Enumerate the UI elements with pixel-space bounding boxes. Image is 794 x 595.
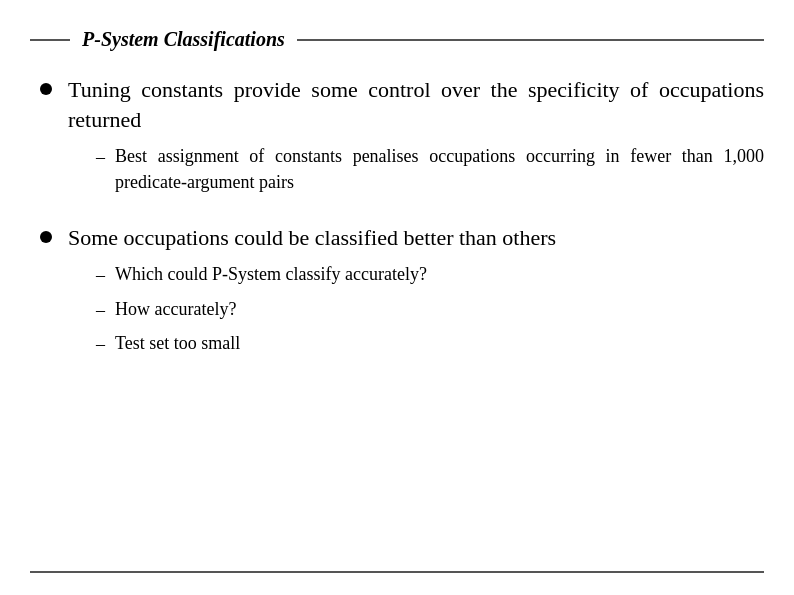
- sub-item-2-2: – How accurately?: [96, 297, 556, 323]
- bullet-text-2: Some occupations could be classified bet…: [68, 223, 556, 253]
- title-bar: P-System Classifications: [30, 28, 764, 51]
- sub-items-2: – Which could P-System classify accurate…: [96, 262, 556, 357]
- sub-dash-2-2: –: [96, 298, 105, 323]
- bottom-line: [30, 571, 764, 573]
- slide: P-System Classifications Tuning constant…: [0, 0, 794, 595]
- sub-text-2-3: Test set too small: [115, 331, 240, 356]
- sub-text-2-2: How accurately?: [115, 297, 236, 322]
- bullet-item-1: Tuning constants provide some control ov…: [40, 75, 764, 205]
- bullet-item-2: Some occupations could be classified bet…: [40, 223, 764, 367]
- slide-content: Tuning constants provide some control ov…: [40, 75, 764, 545]
- title-line-left: [30, 39, 70, 41]
- sub-items-1: – Best assignment of constants penalises…: [96, 144, 764, 194]
- slide-title: P-System Classifications: [82, 28, 285, 51]
- sub-dash-2-1: –: [96, 263, 105, 288]
- title-line-right: [297, 39, 764, 41]
- sub-dash-2-3: –: [96, 332, 105, 357]
- sub-item-2-3: – Test set too small: [96, 331, 556, 357]
- sub-dash-1-1: –: [96, 145, 105, 170]
- sub-text-2-1: Which could P-System classify accurately…: [115, 262, 427, 287]
- sub-item-1-1: – Best assignment of constants penalises…: [96, 144, 764, 194]
- bullet-text-1: Tuning constants provide some control ov…: [68, 75, 764, 134]
- sub-item-2-1: – Which could P-System classify accurate…: [96, 262, 556, 288]
- sub-text-1-1: Best assignment of constants penalises o…: [115, 144, 764, 194]
- bullet-dot-2: [40, 231, 52, 243]
- bullet-dot-1: [40, 83, 52, 95]
